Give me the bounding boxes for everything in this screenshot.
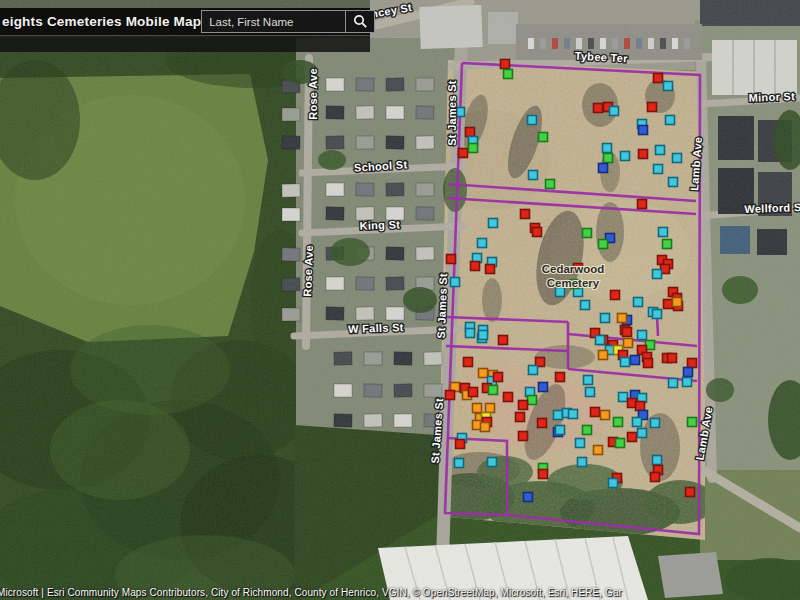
grave-marker-cyan[interactable] [488,458,497,467]
grave-marker-cyan[interactable] [653,310,662,319]
grave-marker-cyan[interactable] [584,376,593,385]
grave-marker-red[interactable] [594,104,603,113]
grave-marker-orange[interactable] [479,369,488,378]
grave-marker-green[interactable] [504,70,513,79]
grave-marker-cyan[interactable] [556,426,565,435]
grave-marker-red[interactable] [486,265,495,274]
grave-marker-red[interactable] [469,388,478,397]
grave-marker-red[interactable] [519,432,528,441]
grave-marker-cyan[interactable] [581,301,590,310]
grave-marker-cyan[interactable] [554,411,563,420]
grave-marker-red[interactable] [688,359,697,368]
search-button[interactable] [345,11,374,32]
grave-marker-cyan[interactable] [478,239,487,248]
grave-marker-red[interactable] [639,150,648,159]
grave-marker-red[interactable] [446,391,455,400]
grave-marker-cyan[interactable] [633,418,642,427]
grave-marker-red[interactable] [664,300,673,309]
grave-marker-red[interactable] [686,488,695,497]
grave-marker-cyan[interactable] [596,336,605,345]
grave-marker-orange[interactable] [673,298,682,307]
grave-marker-red[interactable] [447,255,456,264]
grave-marker-red[interactable] [638,200,647,209]
grave-marker-red[interactable] [668,354,677,363]
grave-marker-cyan[interactable] [578,458,587,467]
grave-marker-red[interactable] [644,359,653,368]
grave-marker-cyan[interactable] [653,270,662,279]
grave-marker-red[interactable] [648,103,657,112]
grave-marker-blue[interactable] [684,368,693,377]
grave-marker-cyan[interactable] [451,278,460,287]
grave-marker-cyan[interactable] [659,228,668,237]
grave-marker-red[interactable] [471,262,480,271]
grave-marker-cyan[interactable] [528,116,537,125]
grave-marker-blue[interactable] [539,383,548,392]
grave-marker-red[interactable] [456,440,465,449]
grave-marker-green[interactable] [583,229,592,238]
grave-marker-cyan[interactable] [621,152,630,161]
grave-marker-orange[interactable] [594,446,603,455]
grave-marker-red[interactable] [556,373,565,382]
grave-marker-green[interactable] [489,386,498,395]
grave-marker-green[interactable] [604,154,613,163]
grave-marker-cyan[interactable] [489,219,498,228]
grave-marker-red[interactable] [533,228,542,237]
grave-marker-cyan[interactable] [609,479,618,488]
grave-marker-cyan[interactable] [601,314,610,323]
grave-marker-blue[interactable] [639,126,648,135]
grave-marker-cyan[interactable] [455,459,464,468]
grave-marker-red[interactable] [654,74,663,83]
grave-marker-red[interactable] [628,433,637,442]
grave-marker-red[interactable] [636,402,645,411]
grave-marker-cyan[interactable] [610,107,619,116]
grave-marker-red[interactable] [504,393,513,402]
grave-marker-cyan[interactable] [586,388,595,397]
grave-marker-orange[interactable] [618,314,627,323]
grave-marker-cyan[interactable] [638,331,647,340]
grave-marker-red[interactable] [501,60,510,69]
grave-marker-cyan[interactable] [621,358,630,367]
grave-marker-red[interactable] [494,373,503,382]
grave-marker-green[interactable] [528,396,537,405]
grave-marker-cyan[interactable] [656,146,665,155]
grave-marker-cyan[interactable] [669,178,678,187]
grave-marker-cyan[interactable] [683,378,692,387]
grave-marker-green[interactable] [688,418,697,427]
grave-marker-cyan[interactable] [634,298,643,307]
grave-marker-cyan[interactable] [653,456,662,465]
grave-marker-red[interactable] [538,419,547,428]
grave-marker-red[interactable] [464,358,473,367]
grave-marker-blue[interactable] [631,356,640,365]
grave-marker-red[interactable] [591,408,600,417]
grave-marker-cyan[interactable] [479,331,488,340]
grave-marker-green[interactable] [546,180,555,189]
grave-marker-red[interactable] [521,210,530,219]
grave-marker-red[interactable] [519,401,528,410]
grave-marker-red[interactable] [459,149,468,158]
grave-marker-cyan[interactable] [664,82,673,91]
grave-marker-orange[interactable] [601,411,610,420]
grave-marker-green[interactable] [663,240,672,249]
search-input[interactable] [202,11,345,32]
grave-marker-cyan[interactable] [673,154,682,163]
grave-marker-cyan[interactable] [651,419,660,428]
grave-marker-green[interactable] [469,144,478,153]
grave-marker-orange[interactable] [486,404,495,413]
grave-marker-green[interactable] [616,439,625,448]
grave-marker-red[interactable] [539,470,548,479]
grave-marker-blue[interactable] [599,164,608,173]
grave-marker-cyan[interactable] [529,366,538,375]
grave-marker-red[interactable] [499,336,508,345]
grave-marker-green[interactable] [583,426,592,435]
grave-marker-red[interactable] [466,128,475,137]
grave-marker-cyan[interactable] [569,410,578,419]
grave-marker-red[interactable] [611,291,620,300]
grave-marker-cyan[interactable] [666,116,675,125]
grave-marker-green[interactable] [599,240,608,249]
grave-marker-cyan[interactable] [638,429,647,438]
grave-marker-cyan[interactable] [669,379,678,388]
grave-marker-green[interactable] [614,418,623,427]
grave-marker-cyan[interactable] [619,393,628,402]
grave-marker-red[interactable] [651,473,660,482]
grave-marker-cyan[interactable] [576,439,585,448]
